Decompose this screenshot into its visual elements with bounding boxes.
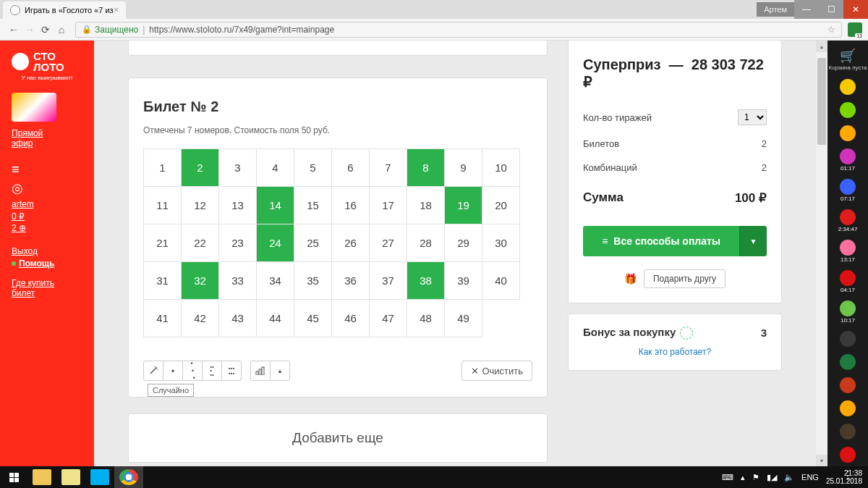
tray-clock[interactable]: 21:3825.01.2018 (826, 469, 862, 485)
number-cell-38[interactable]: 38 (407, 262, 445, 300)
window-maximize-button[interactable]: ☐ (819, 0, 843, 19)
number-cell-29[interactable]: 29 (445, 224, 482, 262)
rail-game-1[interactable] (838, 102, 858, 118)
tray-flag-icon[interactable]: ⚑ (752, 473, 760, 482)
pay-button[interactable]: ≡Все способы оплаты ▼ (583, 226, 767, 256)
taskbar-app-skype[interactable] (85, 466, 114, 488)
tray-keyboard-icon[interactable]: ⌨ (722, 473, 733, 482)
rail-game-6[interactable]: 13:17 (838, 240, 858, 263)
scrollbar[interactable]: ▴ ▾ (816, 41, 827, 466)
dice-5-button[interactable]: ••••• (202, 361, 222, 381)
number-cell-20[interactable]: 20 (482, 187, 520, 224)
promo-thumbnail[interactable] (12, 93, 56, 122)
extension-icon[interactable]: 13 (848, 22, 862, 37)
number-cell-6[interactable]: 6 (332, 149, 370, 187)
number-cell-14[interactable]: 14 (257, 187, 294, 224)
number-cell-21[interactable]: 21 (144, 224, 182, 262)
rail-game-5[interactable]: 2:34:47 (838, 209, 858, 232)
number-cell-26[interactable]: 26 (332, 224, 370, 262)
tray-volume-icon[interactable]: 🔈 (784, 473, 794, 482)
number-cell-48[interactable]: 48 (407, 300, 445, 337)
dice-3-button[interactable]: • • • (182, 361, 203, 381)
number-cell-24[interactable]: 24 (257, 224, 294, 262)
stats-dropdown-button[interactable]: ▲ (270, 361, 290, 381)
number-cell-18[interactable]: 18 (407, 187, 445, 224)
balance-link[interactable]: 0 ₽ (0, 211, 94, 222)
rail-game-14[interactable] (838, 447, 858, 463)
number-cell-39[interactable]: 39 (445, 262, 482, 300)
number-cell-23[interactable]: 23 (219, 224, 257, 262)
number-cell-15[interactable]: 15 (294, 187, 332, 224)
number-cell-27[interactable]: 27 (370, 224, 407, 262)
number-cell-9[interactable]: 9 (445, 149, 482, 187)
user-icon[interactable]: ◎ (0, 179, 94, 198)
tray-chevron-icon[interactable]: ▴ (741, 473, 745, 482)
number-cell-34[interactable]: 34 (257, 262, 294, 300)
bookmark-star-icon[interactable]: ☆ (827, 25, 835, 35)
number-cell-44[interactable]: 44 (257, 300, 294, 337)
logo[interactable]: СТОЛОТО (0, 51, 94, 75)
taskbar-app-chrome-active[interactable] (114, 466, 143, 488)
number-cell-3[interactable]: 3 (219, 149, 257, 187)
number-cell-8[interactable]: 8 (407, 149, 445, 187)
url-input[interactable]: 🔒 Защищено | https://www.stoloto.ru/7x49… (75, 22, 842, 38)
number-cell-25[interactable]: 25 (294, 224, 332, 262)
tickets-count-link[interactable]: 2 ⊕ (0, 222, 94, 234)
number-cell-35[interactable]: 35 (294, 262, 332, 300)
number-cell-42[interactable]: 42 (182, 300, 219, 337)
chrome-user-label[interactable]: Артем (757, 2, 794, 17)
rail-game-10[interactable] (838, 354, 858, 370)
number-cell-10[interactable]: 10 (482, 149, 520, 187)
random-wand-button[interactable] (143, 361, 163, 381)
draws-select[interactable]: 1 (738, 109, 767, 125)
number-cell-41[interactable]: 41 (144, 300, 182, 337)
number-cell-49[interactable]: 49 (445, 300, 482, 337)
rail-game-2[interactable] (838, 125, 858, 141)
rail-game-8[interactable]: 10:17 (838, 300, 858, 324)
rail-game-12[interactable] (838, 400, 858, 416)
number-cell-19[interactable]: 19 (445, 187, 482, 224)
number-cell-36[interactable]: 36 (332, 262, 370, 300)
number-cell-28[interactable]: 28 (407, 224, 445, 262)
number-cell-40[interactable]: 40 (482, 262, 520, 300)
rail-game-0[interactable] (838, 79, 858, 95)
menu-icon[interactable]: ≡ (0, 161, 94, 179)
number-cell-11[interactable]: 11 (144, 187, 182, 224)
rail-game-11[interactable] (838, 377, 858, 393)
nav-back-icon[interactable]: ← (6, 24, 22, 35)
number-cell-7[interactable]: 7 (370, 149, 407, 187)
scrollbar-thumb[interactable] (817, 58, 826, 145)
number-cell-17[interactable]: 17 (370, 187, 407, 224)
number-cell-33[interactable]: 33 (219, 262, 257, 300)
number-cell-46[interactable]: 46 (332, 300, 370, 337)
number-cell-30[interactable]: 30 (482, 224, 520, 262)
username-link[interactable]: artem (0, 198, 94, 211)
where-to-buy-link[interactable]: Где купитьбилет (0, 277, 94, 299)
number-cell-4[interactable]: 4 (257, 149, 294, 187)
number-cell-22[interactable]: 22 (182, 224, 219, 262)
scroll-down-button[interactable]: ▾ (816, 455, 827, 466)
rail-game-9[interactable] (838, 331, 858, 347)
rail-game-7[interactable]: 04:17 (838, 270, 858, 293)
number-cell-31[interactable]: 31 (144, 262, 182, 300)
number-cell-43[interactable]: 43 (219, 300, 257, 337)
dice-6-button[interactable]: •••••• (221, 361, 242, 381)
dice-1-button[interactable]: • (163, 361, 183, 381)
help-link[interactable]: Помощь (0, 257, 94, 270)
nav-home-icon[interactable]: ⌂ (54, 24, 69, 35)
stats-button[interactable] (250, 361, 271, 381)
add-ticket-button[interactable]: Добавить еще (128, 413, 548, 463)
start-button[interactable] (0, 466, 27, 488)
rail-game-4[interactable]: 07:17 (838, 179, 858, 202)
rail-game-3[interactable]: 01:17 (838, 148, 858, 172)
scroll-up-button[interactable]: ▴ (816, 41, 827, 52)
number-cell-37[interactable]: 37 (370, 262, 407, 300)
number-cell-47[interactable]: 47 (370, 300, 407, 337)
live-stream-link[interactable]: Прямойэфир (0, 127, 94, 149)
tab-close-icon[interactable]: × (114, 5, 119, 15)
cart-icon[interactable]: 🛒 (840, 48, 856, 64)
window-close-button[interactable]: ✕ (843, 0, 868, 19)
browser-tab[interactable]: Играть в «Гослото «7 из × (3, 1, 126, 19)
number-cell-16[interactable]: 16 (332, 187, 370, 224)
rail-game-13[interactable] (838, 424, 858, 439)
